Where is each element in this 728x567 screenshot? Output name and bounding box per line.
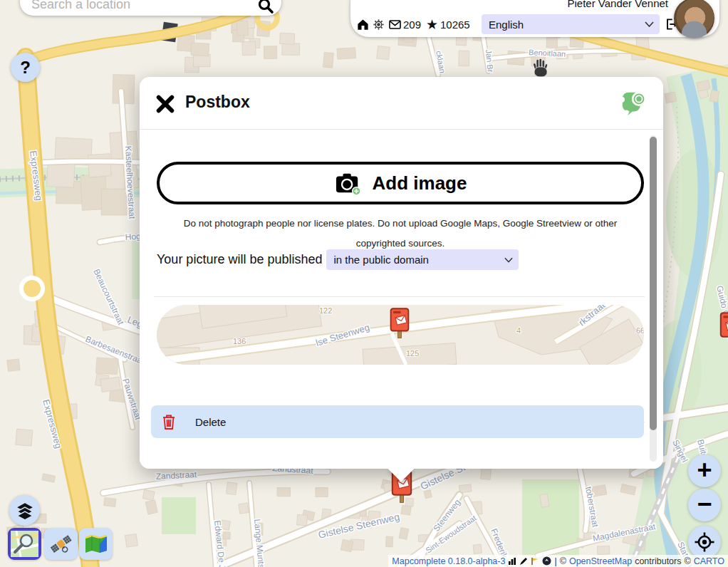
pencil-icon[interactable] <box>519 557 528 566</box>
zoom-out-button[interactable]: − <box>688 489 721 521</box>
layers-icon <box>16 501 34 520</box>
gear-icon[interactable] <box>373 16 385 33</box>
background-osm-button[interactable] <box>8 528 41 560</box>
attribution-bar: Mapcomplete 0.18.0-alpha-3 | © OpenStree… <box>388 555 728 567</box>
attr-copy: © <box>560 556 566 566</box>
community-icon[interactable] <box>542 556 551 566</box>
zoom-in-button[interactable]: + <box>688 454 721 487</box>
stats-icon[interactable] <box>508 557 516 566</box>
scrollbar[interactable] <box>650 135 657 462</box>
photo-license-note: Do not photograph people nor license pla… <box>160 214 641 254</box>
mapcomplete-logo-icon <box>621 89 648 115</box>
street-label: 125 <box>406 349 419 358</box>
street-label: 4 <box>516 326 521 335</box>
carto-link[interactable]: CARTO <box>694 556 724 566</box>
user-panel: Pieter Vander Vennet 209 ★ 10265 <box>350 0 719 37</box>
plus-icon: + <box>697 457 712 483</box>
locate-button[interactable] <box>688 526 721 558</box>
background-map-button[interactable] <box>79 528 113 560</box>
search-input[interactable] <box>30 0 257 14</box>
attr-copy2: © <box>684 556 690 566</box>
postbox-marker-edge[interactable] <box>719 312 728 346</box>
app-stage: Dirk MartensstraatExpresswegExpresswegNo… <box>0 0 728 567</box>
home-icon[interactable] <box>356 16 370 33</box>
license-prefix: Your picture will be published <box>157 252 322 267</box>
dialog-header: Postbox <box>140 77 663 130</box>
hand-cursor-icon <box>530 57 550 78</box>
street-label: 136 <box>233 337 246 345</box>
attr-divider: | <box>554 556 556 566</box>
postbox-marker-mini <box>390 308 410 340</box>
postbox-dialog: Postbox Add image <box>140 77 663 469</box>
minus-icon: − <box>697 491 712 517</box>
camera-plus-icon <box>334 171 363 195</box>
help-label: ? <box>20 58 31 78</box>
license-value: in the public domain <box>333 254 504 266</box>
layers-button[interactable] <box>9 495 40 526</box>
flag-icon[interactable] <box>531 557 539 566</box>
language-value: English <box>489 19 645 31</box>
delete-button[interactable]: Delete <box>151 405 644 438</box>
folded-map-icon <box>84 534 108 554</box>
chevron-down-icon <box>645 21 654 27</box>
trash-icon <box>161 413 177 430</box>
osm-carto-icon <box>11 531 38 557</box>
star-count: 10265 <box>440 16 470 33</box>
close-icon[interactable] <box>155 94 175 114</box>
mapcomplete-version-link[interactable]: Mapcomplete 0.18.0-alpha-3 <box>392 556 505 566</box>
divider <box>154 296 645 297</box>
chevron-down-icon <box>504 257 513 263</box>
search-icon[interactable] <box>257 0 274 14</box>
street-label: 122 <box>319 306 332 315</box>
help-button[interactable]: ? <box>11 53 40 82</box>
message-count: 209 <box>403 16 421 33</box>
search-bar <box>20 0 281 16</box>
add-image-label: Add image <box>373 172 467 194</box>
crosshair-icon <box>694 531 715 553</box>
background-satellite-button[interactable] <box>44 528 78 560</box>
messages-icon[interactable] <box>388 16 402 33</box>
delete-label: Delete <box>195 416 226 428</box>
feature-mini-map[interactable]: 122136125466;6lse Steenwegrkstraat <box>157 305 644 365</box>
language-select[interactable]: English <box>482 14 660 34</box>
osm-link[interactable]: OpenStreetMap <box>569 556 632 566</box>
satellite-icon <box>50 534 73 555</box>
license-row: Your picture will be published in the pu… <box>157 249 519 270</box>
star-icon: ★ <box>426 16 438 33</box>
attr-contributors: contributors <box>635 556 681 566</box>
dialog-body: Add image Do not photograph people nor l… <box>140 130 663 469</box>
license-select[interactable]: in the public domain <box>326 249 519 270</box>
dialog-title: Postbox <box>185 93 250 112</box>
user-name: Pieter Vander Vennet <box>568 0 669 9</box>
street-label: 66;6 <box>636 326 644 335</box>
add-image-button[interactable]: Add image <box>157 162 644 204</box>
